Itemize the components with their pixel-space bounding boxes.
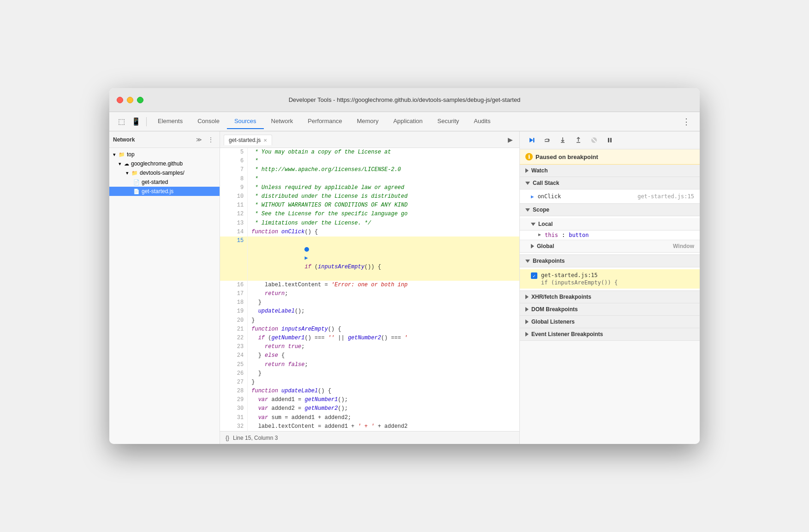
line-code[interactable]: *: [248, 175, 519, 183]
line-code[interactable]: * distributed under the License is distr…: [248, 192, 519, 201]
local-scope-header[interactable]: Local: [520, 218, 700, 231]
line-code[interactable]: * limitations under the License. */: [248, 219, 519, 228]
breakpoints-section-header[interactable]: Breakpoints: [520, 255, 700, 267]
line-code[interactable]: function updateLabel() {: [248, 387, 519, 396]
editor-tab-close-button[interactable]: ✕: [263, 138, 267, 143]
line-code[interactable]: * Unless required by applicable law or a…: [248, 183, 519, 192]
line-code[interactable]: var sum = addend1 + addend2;: [248, 414, 519, 422]
folder-icon2: 📁: [131, 170, 138, 176]
call-stack-section-header[interactable]: Call Stack: [520, 177, 700, 189]
tab-bar: Elements Console Sources Network Perform…: [150, 114, 677, 129]
dom-breakpoints-header[interactable]: DOM Breakpoints: [520, 303, 700, 316]
line-code[interactable]: function inputsAreEmpty() {: [248, 325, 519, 334]
line-code[interactable]: }: [248, 298, 519, 307]
devtools-window: Developer Tools - https://googlechrome.g…: [109, 88, 700, 444]
close-button[interactable]: [117, 97, 123, 103]
breakpoint-item-1[interactable]: ✓ get-started.js:15 if (inputsAreEmpty()…: [520, 269, 700, 289]
global-listeners-header[interactable]: Global Listeners: [520, 316, 700, 328]
code-line-6: 6 *: [220, 157, 519, 166]
maximize-button[interactable]: [137, 97, 143, 103]
expand-panel-button[interactable]: ≫: [194, 135, 204, 145]
line-num: 14: [220, 228, 248, 236]
traffic-lights: [117, 97, 143, 103]
tab-performance[interactable]: Performance: [300, 114, 349, 129]
code-line-19: 19 updateLabel();: [220, 307, 519, 316]
code-line-22: 22 if (getNumber1() === '' || getNumber2…: [220, 334, 519, 343]
line-code[interactable]: * http://www.apache.org/licenses/LICENSE…: [248, 166, 519, 174]
line-code[interactable]: label.textContent = 'Error: one or both …: [248, 281, 519, 290]
tree-item-top[interactable]: ▾ 📁 top: [109, 150, 220, 159]
code-line-18: 18 }: [220, 298, 519, 307]
line-code[interactable]: }: [248, 316, 519, 325]
line-code[interactable]: *: [248, 157, 519, 166]
tree-item-label: googlechrome.github: [131, 160, 183, 167]
pretty-print-button[interactable]: {}: [226, 435, 229, 441]
line-code[interactable]: * You may obtain a copy of the License a…: [248, 148, 519, 157]
line-code[interactable]: label.textContent = addend1 + ' + ' + ad…: [248, 422, 519, 431]
line-code[interactable]: }: [248, 378, 519, 387]
line-code[interactable]: } else {: [248, 351, 519, 360]
scope-section-header[interactable]: Scope: [520, 204, 700, 216]
minimize-button[interactable]: [127, 97, 133, 103]
line-num: 22: [220, 334, 248, 343]
debug-panel: ℹ Paused on breakpoint Watch Call Stack …: [520, 131, 700, 444]
tree-item-label: top: [127, 151, 135, 158]
line-code[interactable]: updateLabel();: [248, 307, 519, 316]
line-num: 11: [220, 201, 248, 210]
tree-item-get-started[interactable]: 📄 get-started: [109, 177, 220, 187]
tab-elements[interactable]: Elements: [150, 114, 190, 129]
tab-network[interactable]: Network: [264, 114, 301, 129]
deactivate-breakpoints-button[interactable]: [588, 134, 600, 146]
line-code[interactable]: }: [248, 369, 519, 378]
breakpoint-code: if (inputsAreEmpty()) {: [541, 279, 618, 286]
device-icon[interactable]: 📱: [130, 115, 143, 128]
pause-on-exceptions-button[interactable]: [604, 134, 616, 146]
tab-memory[interactable]: Memory: [350, 114, 386, 129]
resume-button[interactable]: [525, 134, 537, 146]
line-code[interactable]: function onClick() {: [248, 228, 519, 236]
step-out-button[interactable]: [572, 134, 584, 146]
line-code[interactable]: if (getNumber1() === '' || getNumber2() …: [248, 334, 519, 343]
file-panel-header: Network ≫ ⋮: [109, 131, 220, 148]
xhr-breakpoints-header[interactable]: XHR/fetch Breakpoints: [520, 291, 700, 303]
tree-item-get-started-js[interactable]: 📄 get-started.js: [109, 187, 220, 196]
code-line-11: 11 * WITHOUT WARRANTIES OR CONDITIONS OF…: [220, 201, 519, 210]
line-code[interactable]: * See the License for the specific langu…: [248, 210, 519, 219]
global-scope-header[interactable]: Global Window: [520, 240, 700, 253]
domain-icon: ☁: [124, 161, 129, 167]
tab-sources[interactable]: Sources: [227, 114, 264, 129]
line-code[interactable]: * WITHOUT WARRANTIES OR CONDITIONS OF AN…: [248, 201, 519, 210]
breakpoint-checkbox[interactable]: ✓: [531, 272, 537, 279]
watch-collapse-icon: [525, 168, 529, 173]
cursor-icon[interactable]: ⬚: [115, 115, 128, 128]
line-code[interactable]: return;: [248, 290, 519, 298]
line-code[interactable]: return true;: [248, 343, 519, 351]
global-scope-value: Window: [673, 243, 694, 249]
line-num: 32: [220, 422, 248, 431]
line-num: 29: [220, 396, 248, 404]
editor-status-bar: {} Line 15, Column 3: [220, 431, 519, 444]
pause-status: ℹ Paused on breakpoint: [520, 149, 700, 165]
tab-application[interactable]: Application: [386, 114, 430, 129]
panel-menu-button[interactable]: ⋮: [206, 135, 216, 145]
watch-section-header[interactable]: Watch: [520, 165, 700, 177]
code-line-17: 17 return;: [220, 290, 519, 298]
tab-audits[interactable]: Audits: [466, 114, 498, 129]
line-code[interactable]: ▶ if (inputsAreEmpty()) {: [248, 236, 519, 281]
line-code[interactable]: return false;: [248, 361, 519, 369]
watch-label: Watch: [531, 167, 548, 174]
editor-tab[interactable]: get-started.js ✕: [224, 135, 272, 145]
tab-security[interactable]: Security: [430, 114, 466, 129]
more-tabs-button[interactable]: ⋮: [678, 115, 694, 129]
call-stack-item-onclick[interactable]: ▶ onClick get-started.js:15: [520, 191, 700, 201]
tree-item-devtools-samples[interactable]: ▾ 📁 devtools-samples/: [109, 168, 220, 177]
line-code[interactable]: var addend1 = getNumber1();: [248, 396, 519, 404]
step-into-button[interactable]: [557, 134, 569, 146]
event-listener-breakpoints-header[interactable]: Event Listener Breakpoints: [520, 328, 700, 341]
step-over-button[interactable]: [541, 134, 553, 146]
tab-console[interactable]: Console: [190, 114, 227, 129]
global-listeners-label: Global Listeners: [531, 319, 575, 325]
editor-nav-button[interactable]: ▶: [505, 134, 516, 145]
tree-item-googlechrome[interactable]: ▾ ☁ googlechrome.github: [109, 159, 220, 168]
line-code[interactable]: var addend2 = getNumber2();: [248, 404, 519, 413]
